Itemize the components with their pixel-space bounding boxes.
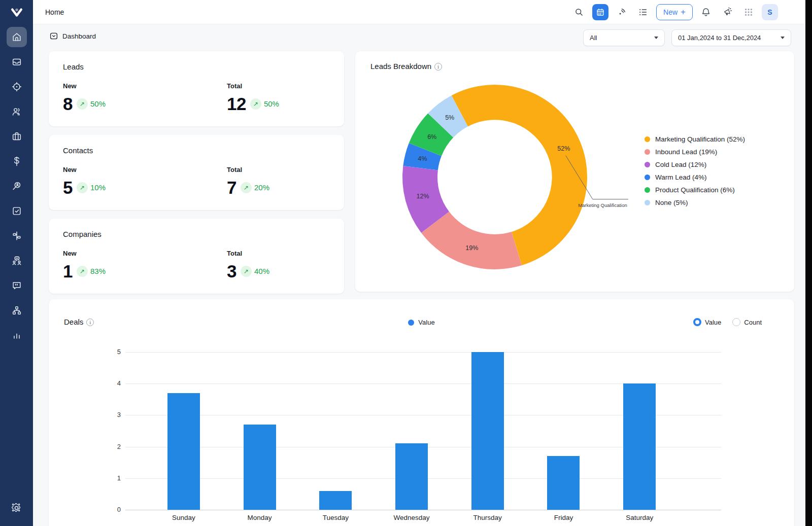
list-icon[interactable]	[635, 4, 651, 20]
radio-value[interactable]: Value	[693, 318, 721, 326]
leads-breakdown-title: Leads Breakdowni	[370, 62, 442, 71]
calendar-icon[interactable]	[592, 4, 608, 20]
legend-item[interactable]: Marketing Qualification (52%)	[645, 135, 745, 143]
sidebar-item-contacts[interactable]	[7, 101, 27, 122]
callout-line	[566, 156, 628, 199]
legend-item[interactable]: Product Qualification (6%)	[645, 186, 745, 194]
settings-icon[interactable]	[7, 498, 27, 518]
apps-grid-icon[interactable]	[740, 4, 757, 20]
notifications-bell-icon[interactable]	[698, 4, 714, 20]
search-icon[interactable]	[571, 4, 587, 20]
legend-dot-icon	[645, 136, 650, 142]
sidebar-item-home[interactable]	[7, 27, 27, 47]
legend-dot-icon	[645, 187, 650, 193]
sidebar-item-reports[interactable]	[7, 325, 27, 345]
sidebar-item-automation[interactable]	[7, 226, 27, 246]
bar[interactable]	[547, 456, 580, 510]
date-range-select[interactable]: 01 Jan,2024 to 31 Dec,2024	[671, 29, 791, 46]
gridline	[125, 510, 721, 510]
donut-slice-inbound-lead	[421, 212, 522, 269]
donut-slice-label: 52%	[557, 145, 570, 152]
y-tick-label: 3	[104, 411, 121, 418]
dashboard-selector[interactable]: Dashboard	[49, 31, 96, 41]
broadcast-icon[interactable]	[614, 4, 630, 20]
vtiger-logo-icon[interactable]	[7, 3, 27, 23]
stat-value: 7	[227, 179, 236, 196]
trend-up-icon: ↗	[241, 266, 252, 277]
sidebar-item-chat[interactable]	[7, 275, 27, 296]
series-label: Value	[418, 319, 434, 326]
x-tick-label: Thursday	[450, 514, 526, 521]
stat-label: New	[63, 250, 227, 257]
stat-value: 3	[227, 262, 236, 280]
sidebar-item-tasks[interactable]	[7, 201, 27, 221]
stat-change-pct: 10%	[90, 183, 106, 192]
sidebar-item-prospecting[interactable]	[7, 176, 27, 196]
stat-change-pct: 50%	[264, 99, 279, 108]
stat-column: New 1 ↗ 83%	[63, 250, 227, 280]
stat-label: Total	[227, 250, 269, 257]
legend-item[interactable]: Inbound Lead (19%)	[645, 148, 745, 156]
legend-label: Marketing Qualification (52%)	[655, 135, 745, 143]
deals-bar-chart[interactable]	[125, 352, 721, 510]
deals-title: Dealsi	[64, 318, 94, 327]
series-dot-icon	[408, 320, 414, 326]
bar-slot	[146, 393, 222, 510]
radio-count-label: Count	[744, 319, 762, 326]
main-content: Dashboard All 01 Jan,2024 to 31 Dec,2024…	[33, 24, 805, 526]
sidebar-item-team[interactable]	[7, 251, 27, 271]
stat-column: Total 12 ↗ 50%	[227, 82, 279, 113]
stat-change-pct: 20%	[254, 183, 269, 192]
radio-selected-icon	[693, 318, 701, 326]
legend-label: Product Qualification (6%)	[655, 186, 735, 194]
value-count-toggle: Value Count	[693, 318, 762, 326]
sidebar-item-leads[interactable]	[7, 77, 27, 97]
bar[interactable]	[623, 383, 656, 510]
y-tick-label: 1	[104, 474, 121, 482]
bar[interactable]	[319, 491, 352, 510]
module-filter-select[interactable]: All	[583, 29, 665, 46]
info-icon[interactable]: i	[434, 63, 442, 71]
bar[interactable]	[167, 393, 200, 510]
stat-value: 8	[63, 95, 73, 113]
donut-slice-cold-lead	[402, 166, 449, 233]
leads-breakdown-donut-chart[interactable]: 52%Marketing Qualification19%12%4%6%5%	[383, 65, 667, 289]
topbar: Home New + S	[33, 0, 805, 24]
new-button[interactable]: New +	[656, 4, 693, 20]
bar-slot	[297, 491, 374, 510]
sidebar-item-companies[interactable]	[7, 126, 27, 147]
legend-item[interactable]: Cold Lead (12%)	[645, 161, 745, 168]
deals-header: Dealsi Value Value Count	[49, 299, 794, 335]
stat-label: Total	[227, 82, 279, 90]
new-button-label: New	[663, 8, 678, 16]
plus-icon: +	[681, 8, 686, 16]
info-icon[interactable]: i	[86, 319, 94, 326]
legend-item[interactable]: Warm Lead (4%)	[645, 173, 745, 181]
page-title: Home	[45, 8, 64, 16]
trend-up-icon: ↗	[77, 182, 88, 193]
stat-change-pct: 40%	[254, 267, 269, 275]
leads-breakdown-card: Leads Breakdowni 52%Marketing Qualificat…	[355, 51, 794, 292]
x-tick-label: Sunday	[146, 514, 222, 521]
card-title: Leads Breakdown	[370, 62, 431, 71]
bar[interactable]	[244, 425, 276, 510]
donut-slice-none	[428, 95, 468, 137]
legend-item[interactable]: None (5%)	[645, 199, 745, 206]
stat-column: Total 3 ↗ 40%	[227, 250, 269, 280]
bar[interactable]	[471, 352, 504, 510]
bar-slot	[526, 456, 602, 510]
x-tick-label: Monday	[222, 514, 298, 521]
radio-count[interactable]: Count	[732, 318, 762, 326]
sidebar-nav	[7, 27, 27, 345]
sidebar-item-inbox[interactable]	[7, 52, 27, 72]
legend-dot-icon	[645, 149, 650, 155]
stat-column: New 8 ↗ 50%	[63, 82, 227, 113]
announcements-megaphone-icon[interactable]	[719, 4, 735, 20]
user-avatar[interactable]: S	[762, 4, 778, 20]
callout-label: Marketing Qualification	[578, 202, 627, 208]
y-tick-label: 5	[104, 348, 121, 356]
sidebar-item-deals[interactable]	[7, 151, 27, 171]
bar[interactable]	[395, 443, 428, 510]
stat-change: ↗ 83%	[77, 266, 106, 277]
sidebar-item-org-chart[interactable]	[7, 300, 27, 321]
